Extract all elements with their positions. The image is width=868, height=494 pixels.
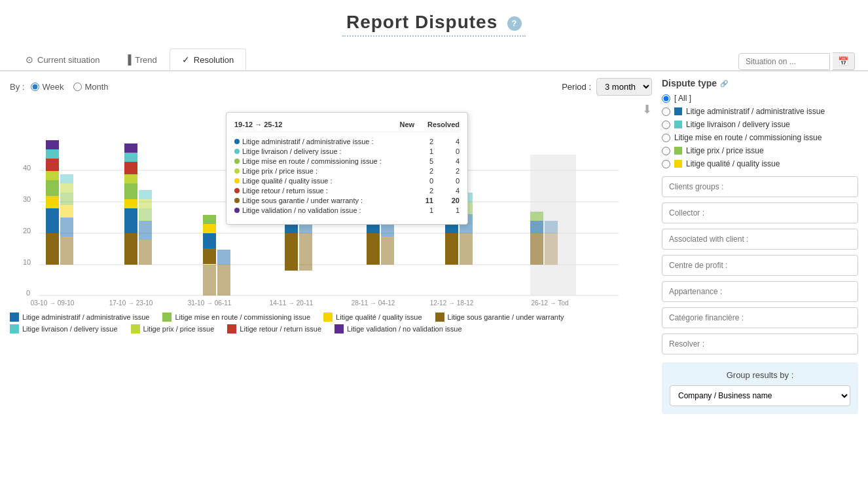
tooltip-dot xyxy=(234,188,240,193)
period-radio-group: Week Month xyxy=(31,82,108,92)
bar xyxy=(124,143,137,153)
week-radio[interactable]: Week xyxy=(31,82,63,92)
tooltip-label: Litige validation / no validation issue … xyxy=(242,206,414,214)
bar xyxy=(60,205,73,218)
filter-resolver[interactable] xyxy=(662,333,858,354)
bar xyxy=(46,149,59,159)
tooltip-rows: Litige administratif / administrative is… xyxy=(234,138,460,214)
dispute-radio[interactable] xyxy=(662,160,670,168)
by-label: By : xyxy=(10,82,24,92)
bar xyxy=(285,233,298,271)
svg-text:10: 10 xyxy=(23,258,31,266)
dispute-option-1[interactable]: Litige administratif / administrative is… xyxy=(662,107,858,116)
bar xyxy=(203,224,216,233)
legend-color xyxy=(10,313,19,322)
tab-resolution-label: Resolution xyxy=(194,55,234,65)
dispute-option-3[interactable]: Litige mise en route / commissioning iss… xyxy=(662,133,858,142)
bar xyxy=(124,183,137,199)
tooltip-row: Litige livraison / delivery issue : 1 0 xyxy=(234,147,460,155)
legend-color xyxy=(10,324,19,333)
tooltip-new-val: 11 xyxy=(417,197,433,204)
legend-color xyxy=(323,313,333,322)
dispute-radio[interactable] xyxy=(662,147,670,155)
period-select[interactable]: 1 month 2 month 3 month 6 month 1 year xyxy=(596,78,652,96)
tooltip-header: 19-12 → 25-12 New Resolved xyxy=(234,121,460,132)
group-results-select[interactable]: Company / Business nameClientCollectorDi… xyxy=(670,385,850,406)
bar xyxy=(124,174,137,183)
tooltip-row: Litige sous garantie / under warranty : … xyxy=(234,197,460,204)
tab-resolution[interactable]: ✓ Resolution xyxy=(170,48,246,70)
filter-centre_profit[interactable] xyxy=(662,255,858,276)
filter-collector[interactable] xyxy=(662,202,858,223)
dispute-type-list: [ All ] Litige administratif / administr… xyxy=(662,94,858,168)
tab-trend[interactable]: ▐ Trend xyxy=(112,48,169,70)
filter-associated_client[interactable] xyxy=(662,229,858,250)
right-panel: Dispute type 🔗 [ All ] Litige administra… xyxy=(662,78,858,487)
tooltip-box: 19-12 → 25-12 New Resolved Litige admini… xyxy=(226,112,468,225)
dispute-color xyxy=(674,121,682,128)
svg-text:14-11 → 20-11: 14-11 → 20-11 xyxy=(270,299,314,307)
legend-color xyxy=(227,324,236,333)
dispute-option-2[interactable]: Litige livraison / delivery issue xyxy=(662,120,858,129)
tooltip-new-val: 5 xyxy=(417,157,433,165)
legend-item: Litige retour / return issue xyxy=(227,324,321,333)
tooltip-resolved-val: 4 xyxy=(443,187,460,195)
filter-categorie_financiere[interactable] xyxy=(662,307,858,328)
group-results-section: Group results by : Company / Business na… xyxy=(662,362,858,414)
dispute-option-4[interactable]: Litige prix / price issue xyxy=(662,146,858,155)
week-radio-input[interactable] xyxy=(31,83,39,91)
svg-text:17-10 → 23-10: 17-10 → 23-10 xyxy=(109,299,153,307)
legend-label: Litige administratif / administrative is… xyxy=(22,313,149,321)
svg-text:28-11 → 04-12: 28-11 → 04-12 xyxy=(352,299,395,307)
bar xyxy=(124,208,137,233)
svg-text:20: 20 xyxy=(23,227,31,235)
legend-item: Litige administratif / administrative is… xyxy=(10,313,149,322)
situation-controls: 📅 xyxy=(738,52,855,70)
week-label: Week xyxy=(42,82,63,92)
month-radio-input[interactable] xyxy=(73,83,82,91)
tooltip-label: Litige mise en route / commissioning iss… xyxy=(242,157,414,165)
help-icon[interactable]: ? xyxy=(507,16,522,31)
bar xyxy=(46,171,59,180)
situation-input[interactable] xyxy=(738,53,830,70)
tooltip-dot xyxy=(234,149,240,154)
filter-clients_groups[interactable] xyxy=(662,176,858,197)
dispute-radio[interactable] xyxy=(662,134,670,142)
dispute-radio[interactable] xyxy=(662,94,670,103)
bar xyxy=(139,240,152,265)
bar xyxy=(60,218,73,237)
dispute-radio[interactable] xyxy=(662,107,670,116)
month-radio[interactable]: Month xyxy=(73,82,108,92)
tooltip-resolved-val: 0 xyxy=(443,177,460,185)
bar xyxy=(46,233,59,265)
dispute-color xyxy=(674,147,682,155)
legend-label: Litige validation / no validation issue xyxy=(347,325,462,333)
chart-container: ⬇ 0 10 20 30 40 xyxy=(10,102,652,307)
svg-text:31-10 → 06-11: 31-10 → 06-11 xyxy=(188,299,232,307)
tooltip-row: Litige administratif / administrative is… xyxy=(234,138,460,145)
bar xyxy=(217,250,230,265)
month-label: Month xyxy=(84,82,108,92)
page-header: Report Disputes ? xyxy=(0,0,868,43)
legend-item: Litige qualité / quality issue xyxy=(323,313,422,322)
tab-current-situation[interactable]: ⊙ Current situation xyxy=(13,48,112,70)
legend-item: Litige validation / no validation issue xyxy=(335,324,462,333)
download-icon[interactable]: ⬇ xyxy=(642,102,652,117)
dispute-radio[interactable] xyxy=(662,121,670,129)
tab-current-label: Current situation xyxy=(37,55,99,65)
calendar-button[interactable]: 📅 xyxy=(833,52,855,70)
trend-icon: ▐ xyxy=(124,54,131,65)
dispute-option-label: [ All ] xyxy=(674,94,691,103)
tooltip-dot xyxy=(234,198,240,203)
filter-appartenance[interactable] xyxy=(662,281,858,302)
legend-label: Litige sous garantie / under warranty xyxy=(448,313,564,321)
chart-legend: Litige administratif / administrative is… xyxy=(10,313,652,333)
bar xyxy=(46,196,59,208)
dispute-type-section: Dispute type 🔗 [ All ] Litige administra… xyxy=(662,78,858,168)
legend-label: Litige livraison / delivery issue xyxy=(22,325,118,333)
dispute-option-5[interactable]: Litige qualité / quality issue xyxy=(662,159,858,168)
bar xyxy=(545,221,558,233)
legend-color xyxy=(335,324,344,333)
svg-text:0: 0 xyxy=(26,289,30,297)
dispute-option-0[interactable]: [ All ] xyxy=(662,94,858,103)
